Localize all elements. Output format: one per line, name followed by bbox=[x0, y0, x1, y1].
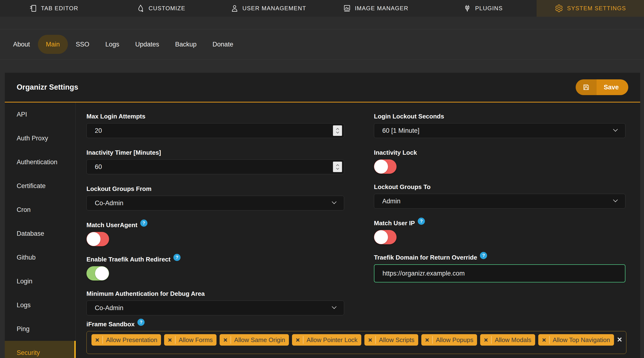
field-max-login-attempts: Max Login Attempts bbox=[86, 112, 344, 138]
save-button[interactable]: Save bbox=[576, 79, 628, 95]
field-label: Traefik Domain for Return Override bbox=[374, 253, 477, 262]
subnav-sso[interactable]: SSO bbox=[76, 41, 89, 48]
sidebar-item-logs[interactable]: Logs bbox=[5, 293, 76, 317]
field-label: Inactivity Timer [Minutes] bbox=[86, 148, 344, 157]
tag-allow-scripts[interactable]: Allow Scripts bbox=[364, 334, 418, 345]
subnav-main[interactable]: Main bbox=[38, 35, 68, 54]
sidebar-item-github[interactable]: Github bbox=[5, 245, 76, 269]
tag-allow-forms[interactable]: Allow Forms bbox=[164, 334, 216, 345]
inactivity-timer-input[interactable] bbox=[86, 159, 344, 174]
nav-label: SYSTEM SETTINGS bbox=[567, 5, 626, 12]
help-icon[interactable]: ? bbox=[480, 252, 487, 259]
chevron-down-icon bbox=[336, 167, 339, 170]
save-label: Save bbox=[596, 84, 628, 91]
field-login-lockout-seconds: Login Lockout Seconds 60 [1 Minute] bbox=[374, 112, 626, 138]
login-lockout-seconds-select[interactable]: 60 [1 Minute] bbox=[374, 123, 626, 138]
sidebar-item-database[interactable]: Database bbox=[5, 222, 76, 245]
field-label: Lockout Groups From bbox=[86, 184, 344, 193]
tab-editor-icon bbox=[29, 4, 37, 13]
nav-label: TAB EDITOR bbox=[41, 5, 78, 12]
chevron-down-icon bbox=[613, 127, 618, 132]
subnav-logs[interactable]: Logs bbox=[105, 41, 119, 48]
user-icon bbox=[230, 4, 239, 13]
form-column-left: Max Login Attempts Inactivity Timer [Min… bbox=[86, 112, 344, 325]
sidebar-item-cron[interactable]: Cron bbox=[5, 198, 76, 222]
tag-allow-modals[interactable]: Allow Modals bbox=[480, 334, 535, 345]
toggle-knob bbox=[374, 160, 388, 174]
field-enable-traefik-auth-redirect: Enable Traefik Auth Redirect ? bbox=[86, 255, 344, 280]
subnav-donate[interactable]: Donate bbox=[212, 41, 233, 48]
field-iframe-sandbox: iFrame Sandbox ? Allow Presentation Allo… bbox=[86, 320, 626, 354]
traefik-domain-input[interactable] bbox=[374, 264, 626, 282]
iframe-sandbox-tag-input[interactable]: Allow Presentation Allow Forms Allow Sam… bbox=[86, 331, 626, 354]
nav-label: USER MANAGEMENT bbox=[242, 5, 306, 12]
field-label: Match UserAgent bbox=[86, 220, 138, 229]
sidebar-item-login[interactable]: Login bbox=[5, 269, 76, 293]
clear-all-tags-button[interactable] bbox=[617, 337, 622, 342]
tag-allow-same-origin[interactable]: Allow Same Origin bbox=[220, 334, 289, 345]
help-icon[interactable]: ? bbox=[174, 254, 180, 261]
floppy-icon bbox=[576, 79, 596, 95]
help-icon[interactable]: ? bbox=[140, 219, 148, 227]
field-label: Match User IP bbox=[374, 219, 415, 228]
number-stepper[interactable] bbox=[333, 162, 342, 172]
plug-icon bbox=[463, 4, 471, 13]
settings-sidebar: API Auth Proxy Authentication Certificat… bbox=[5, 103, 76, 358]
field-label: iFrame Sandbox bbox=[86, 320, 134, 329]
field-lockout-groups-to: Lockout Groups To Admin bbox=[374, 182, 626, 209]
gear-icon bbox=[555, 4, 563, 13]
chevron-down-icon bbox=[336, 130, 339, 134]
sidebar-item-ping[interactable]: Ping bbox=[5, 317, 76, 341]
toggle-knob bbox=[95, 266, 109, 280]
nav-system-settings[interactable]: SYSTEM SETTINGS bbox=[536, 0, 644, 17]
nav-plugins[interactable]: PLUGINS bbox=[430, 0, 537, 17]
nav-image-manager[interactable]: IMAGE MANAGER bbox=[322, 0, 430, 17]
field-label: Max Login Attempts bbox=[86, 112, 344, 121]
field-inactivity-lock: Inactivity Lock bbox=[374, 148, 626, 174]
lockout-groups-from-select[interactable]: Co-Admin bbox=[86, 196, 344, 210]
nav-tab-editor[interactable]: TAB EDITOR bbox=[0, 0, 108, 17]
max-login-attempts-input[interactable] bbox=[86, 123, 344, 138]
subnav-updates[interactable]: Updates bbox=[135, 41, 159, 48]
match-useragent-toggle[interactable] bbox=[86, 232, 109, 246]
field-match-user-ip: Match User IP ? bbox=[374, 219, 626, 244]
field-traefik-domain-override: Traefik Domain for Return Override ? bbox=[374, 253, 626, 282]
tag-allow-pointer-lock[interactable]: Allow Pointer Lock bbox=[292, 334, 361, 345]
card-header: Organizr Settings Save bbox=[5, 73, 640, 103]
sidebar-item-api[interactable]: API bbox=[5, 103, 76, 126]
field-label: Lockout Groups To bbox=[374, 182, 626, 191]
traefik-auth-redirect-toggle[interactable] bbox=[86, 266, 109, 280]
field-inactivity-timer: Inactivity Timer [Minutes] bbox=[86, 148, 344, 174]
number-stepper[interactable] bbox=[333, 125, 342, 136]
match-user-ip-toggle[interactable] bbox=[374, 230, 396, 244]
tag-allow-popups[interactable]: Allow Popups bbox=[421, 334, 477, 345]
nav-customize[interactable]: CUSTOMIZE bbox=[108, 0, 215, 17]
nav-user-management[interactable]: USER MANAGEMENT bbox=[214, 0, 322, 17]
image-icon bbox=[343, 4, 351, 13]
sidebar-item-security[interactable]: Security bbox=[5, 341, 76, 358]
sidebar-item-authentication[interactable]: Authentication bbox=[5, 150, 76, 174]
chevron-down-icon bbox=[613, 197, 618, 202]
inactivity-lock-toggle[interactable] bbox=[374, 159, 396, 174]
form-column-right: Login Lockout Seconds 60 [1 Minute] Inac… bbox=[374, 112, 626, 292]
field-minimum-auth-debug: Minimum Authentication for Debug Area Co… bbox=[86, 289, 344, 315]
top-navbar: TAB EDITOR CUSTOMIZE USER MANAGEMENT IMA… bbox=[0, 0, 644, 17]
minimum-auth-debug-select[interactable]: Co-Admin bbox=[86, 300, 344, 315]
help-icon[interactable]: ? bbox=[418, 218, 425, 225]
sidebar-item-auth-proxy[interactable]: Auth Proxy bbox=[5, 126, 76, 150]
sidebar-item-certificate[interactable]: Certificate bbox=[5, 174, 76, 198]
customize-icon bbox=[137, 4, 145, 13]
tag-allow-top-navigation[interactable]: Allow Top Navigation bbox=[538, 334, 614, 345]
tag-allow-presentation[interactable]: Allow Presentation bbox=[92, 334, 161, 345]
nav-label: CUSTOMIZE bbox=[148, 5, 185, 12]
field-label: Inactivity Lock bbox=[374, 148, 626, 157]
toggle-knob bbox=[374, 230, 388, 244]
help-icon[interactable]: ? bbox=[138, 319, 144, 326]
field-label: Minimum Authentication for Debug Area bbox=[86, 289, 344, 298]
subnav-backup[interactable]: Backup bbox=[175, 41, 196, 48]
lockout-groups-to-select[interactable]: Admin bbox=[374, 194, 626, 209]
organizr-settings-card: Organizr Settings Save API Auth Proxy Au… bbox=[5, 73, 640, 358]
chevron-down-icon bbox=[332, 304, 336, 309]
nav-label: IMAGE MANAGER bbox=[355, 5, 408, 12]
subnav-about[interactable]: About bbox=[13, 41, 30, 48]
